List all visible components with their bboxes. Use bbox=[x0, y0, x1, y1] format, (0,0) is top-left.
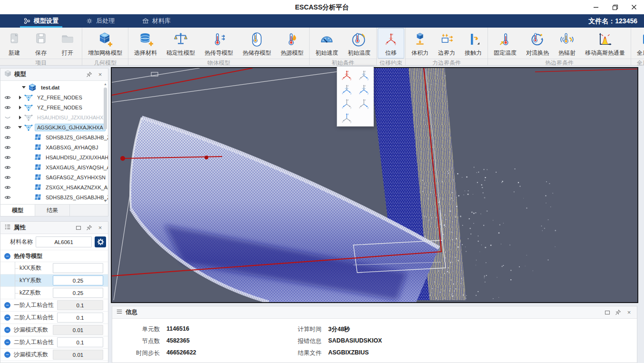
material-settings-button[interactable] bbox=[95, 236, 106, 247]
constraint-x[interactable]: zxy bbox=[339, 97, 355, 110]
collapse-icon[interactable]: − bbox=[4, 327, 10, 333]
tiles-icon bbox=[34, 194, 41, 201]
ribbon-button-label: 热辐射 bbox=[558, 49, 576, 57]
ribbon-button-稳定性模型[interactable]: 稳定性模型 bbox=[162, 28, 200, 59]
visibility-toggle[interactable] bbox=[4, 154, 11, 161]
visibility-toggle[interactable] bbox=[4, 184, 11, 191]
tree-item-test.dat[interactable]: test.dat bbox=[0, 82, 103, 92]
ribbon-button-保存[interactable]: 保存 bbox=[28, 28, 54, 59]
tab-模型设置[interactable]: 模型设置 bbox=[17, 14, 65, 28]
minimize-button[interactable] bbox=[590, 1, 602, 13]
property-input[interactable]: 0.1 bbox=[57, 300, 103, 310]
property-input[interactable]: 0.1 bbox=[57, 337, 103, 347]
close-icon[interactable]: × bbox=[96, 224, 104, 232]
restore-button[interactable] bbox=[609, 1, 621, 13]
close-button[interactable] bbox=[628, 1, 640, 13]
tree-item-SDHSBJZS_GHSABJHB_ZAHU[interactable]: SDHSBJZS_GHSABJHB_ZAHU bbox=[0, 192, 103, 202]
expander-icon[interactable] bbox=[18, 106, 22, 109]
visibility-toggle[interactable] bbox=[4, 164, 11, 171]
expander-icon[interactable] bbox=[18, 116, 22, 119]
scroll-down-arrow[interactable]: ▼ bbox=[103, 199, 107, 203]
ribbon-button-初始速度[interactable]: 初始速度 bbox=[311, 28, 343, 59]
property-input[interactable]: 0.01 bbox=[53, 350, 103, 360]
collapse-icon[interactable]: − bbox=[4, 352, 10, 358]
visibility-toggle[interactable] bbox=[4, 114, 11, 121]
ribbon-button-热传导模型[interactable]: 热传导模型 bbox=[200, 28, 238, 59]
tab-材料库[interactable]: 材料库 bbox=[136, 14, 177, 28]
tree-item-SAGFASGZ_ASYHHXSN[interactable]: SAGFASGZ_ASYHHXSN bbox=[0, 172, 103, 182]
tree-item-XSAXGAUS_AISYAQSH_ASHX[interactable]: XSAXGAUS_AISYAQSH_ASHX bbox=[0, 162, 103, 172]
pin-icon[interactable] bbox=[614, 308, 622, 316]
ribbon-button-打开[interactable]: 打开 bbox=[54, 28, 81, 59]
property-row-沙漏模式系数: −沙漏模式系数0.01 bbox=[0, 349, 108, 361]
pin-icon[interactable] bbox=[85, 70, 93, 78]
expander-icon[interactable] bbox=[18, 126, 22, 128]
ribbon-button-位移[interactable]: zxy位移 bbox=[378, 28, 404, 59]
collapse-icon[interactable]: − bbox=[4, 314, 10, 321]
restore-panel-icon[interactable] bbox=[74, 224, 82, 232]
constraint-xy-2[interactable]: zxy bbox=[356, 83, 372, 96]
ribbon-button-接触力[interactable]: 接触力 bbox=[460, 28, 487, 59]
tree-item-XAGBSXG_AYHAQBJ[interactable]: XAGBSXG_AYHAQBJ bbox=[0, 142, 103, 152]
ribbon-button-移动高斯热通量[interactable]: 移动高斯热通量 bbox=[580, 28, 630, 59]
ribbon-button-热源模型[interactable]: 热源模型 bbox=[276, 28, 308, 59]
ribbon-button-全局设置[interactable]: 全局设置 bbox=[632, 28, 644, 59]
visibility-toggle[interactable] bbox=[4, 94, 11, 101]
constraint-y[interactable]: zxy bbox=[356, 69, 372, 81]
ribbon-button-增加网格模型[interactable]: 增加网格模型 bbox=[83, 28, 127, 59]
constraint-y-2[interactable]: zxy bbox=[356, 97, 372, 110]
ribbon-button-体积力[interactable]: 体积力 bbox=[407, 28, 433, 59]
restore-panel-icon[interactable] bbox=[603, 308, 611, 316]
tree-item-YZ_FREE_NODES[interactable]: YZ_FREE_NODES bbox=[0, 92, 103, 102]
close-icon[interactable]: × bbox=[96, 70, 104, 78]
collapse-icon[interactable]: − bbox=[4, 339, 10, 345]
ribbon-button-新建[interactable]: 新建 bbox=[1, 28, 28, 59]
scrollbar-thumb[interactable] bbox=[104, 88, 107, 129]
ribbon-button-固定温度[interactable]: 固定温度 bbox=[489, 28, 521, 59]
property-input[interactable]: 0.25 bbox=[53, 275, 103, 285]
visibility-toggle[interactable] bbox=[4, 174, 11, 181]
info-panel: 信息 × 单元数1146516节点数4582365时间步长466526622计算… bbox=[112, 306, 637, 363]
pin-icon[interactable] bbox=[85, 224, 93, 232]
ribbon-button-选择材料[interactable]: 选择材料 bbox=[129, 28, 162, 59]
ribbon-button-边界力[interactable]: 边界力 bbox=[433, 28, 460, 59]
ribbon-button-热储存模型[interactable]: 热储存模型 bbox=[238, 28, 276, 59]
visibility-toggle[interactable] bbox=[4, 124, 11, 131]
section-row-热传导模型[interactable]: −热传导模型 bbox=[0, 250, 108, 262]
visibility-toggle[interactable] bbox=[4, 134, 11, 141]
property-input[interactable]: 0.25 bbox=[53, 288, 103, 298]
model-panel-title: 模型 bbox=[14, 70, 26, 78]
close-icon[interactable]: × bbox=[625, 308, 633, 316]
visibility-toggle[interactable] bbox=[4, 194, 11, 201]
visibility-toggle[interactable] bbox=[4, 144, 11, 151]
tree-item-HSAUHDISU_JZXIUXHAHX[interactable]: HSAUHDISU_JZXIUXHAHX bbox=[0, 152, 103, 162]
ribbon-button-初始温度[interactable]: 初始温度 bbox=[343, 28, 375, 59]
expander-icon[interactable] bbox=[21, 86, 26, 88]
tree-item-ZSXGX_HSAKAZNZXK_AHASX[interactable]: ZSXGX_HSAKAZNZXK_AHASX bbox=[0, 182, 103, 192]
constraint-xyz-red[interactable]: zxy bbox=[339, 69, 355, 81]
ribbon-button-热辐射[interactable]: 热辐射 bbox=[554, 28, 580, 59]
tree-item-SDHSBJZS_GHSABJHB_ZAHU[interactable]: SDHSBJZS_GHSABJHB_ZAHU bbox=[0, 132, 103, 142]
collapse-icon[interactable]: − bbox=[4, 302, 10, 308]
info-value: 3分48秒 bbox=[328, 325, 350, 334]
visibility-toggle[interactable] bbox=[4, 84, 11, 91]
tree-item-YZ_FREE_NODES[interactable]: YZ_FREE_NODES bbox=[0, 102, 103, 112]
property-input[interactable]: 0.01 bbox=[53, 325, 103, 335]
material-name-input[interactable]: AL6061 bbox=[36, 236, 92, 247]
ribbon-button-对流换热[interactable]: 对流换热 bbox=[521, 28, 554, 59]
tree-tab-结果[interactable]: 结果 bbox=[35, 205, 70, 216]
visibility-toggle[interactable] bbox=[4, 104, 11, 111]
scroll-up-arrow[interactable]: ▲ bbox=[103, 82, 107, 86]
property-input[interactable] bbox=[53, 263, 103, 273]
constraint-xy[interactable]: zxy bbox=[339, 83, 355, 96]
tab-后处理[interactable]: 后处理 bbox=[79, 14, 121, 28]
velocity-gauge-icon bbox=[318, 31, 335, 48]
constraint-z[interactable]: zxy bbox=[339, 111, 355, 124]
tree-item-AGSGKJKG_GJHXAJKHXA[interactable]: AGSGKJKG_GJHXAJKHXA bbox=[0, 122, 103, 132]
property-input[interactable]: 0.1 bbox=[57, 313, 103, 323]
tree-item-HSAUHDISU_JZXIUXHAHX[interactable]: HSAUHDISU_JZXIUXHAHX bbox=[0, 112, 103, 122]
viewport-3d[interactable] bbox=[111, 67, 638, 303]
expander-icon[interactable] bbox=[18, 96, 22, 99]
tree-tab-模型[interactable]: 模型 bbox=[0, 205, 35, 216]
collapse-icon[interactable]: − bbox=[4, 253, 10, 259]
